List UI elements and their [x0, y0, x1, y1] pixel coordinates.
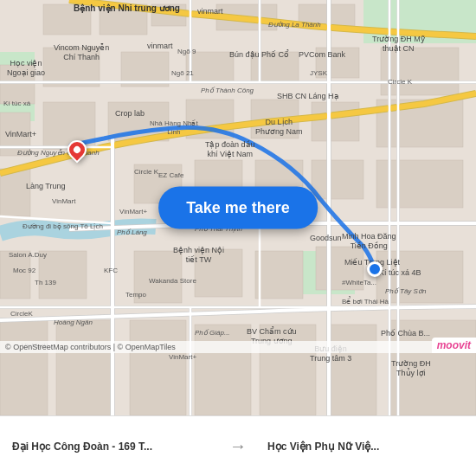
svg-rect-16 — [0, 113, 30, 156]
svg-rect-40 — [260, 325, 316, 415]
svg-rect-12 — [186, 52, 234, 82]
svg-rect-9 — [0, 65, 35, 104]
map-attribution: © OpenStreetMap contributors | © OpenMap… — [0, 341, 476, 353]
svg-rect-29 — [0, 251, 30, 299]
svg-rect-39 — [195, 325, 251, 415]
take-me-there-button[interactable]: Take me there — [158, 187, 318, 229]
svg-rect-27 — [312, 160, 363, 199]
destination-name: Học Viện Phụ Nữ Việ... — [267, 441, 464, 453]
svg-rect-36 — [0, 320, 48, 415]
origin-location[interactable]: Đại Học Công Đoàn - 169 T... — [0, 434, 221, 460]
svg-rect-4 — [43, 4, 91, 35]
svg-rect-42 — [389, 320, 476, 415]
attribution-text: © OpenStreetMap contributors | © OpenMap… — [5, 343, 176, 351]
svg-rect-31 — [134, 251, 182, 303]
svg-rect-21 — [312, 102, 359, 141]
moovit-logo: moovit — [432, 338, 476, 353]
moovit-text: moovit — [437, 339, 471, 351]
svg-rect-41 — [329, 325, 376, 415]
svg-rect-14 — [316, 48, 359, 78]
svg-rect-33 — [255, 251, 303, 299]
svg-rect-15 — [381, 48, 459, 95]
svg-rect-30 — [39, 251, 87, 299]
bottom-bar: Đại Học Công Đoàn - 169 T... → Học Viện … — [0, 415, 476, 476]
svg-rect-37 — [56, 320, 113, 415]
destination-location[interactable]: Học Viện Phụ Nữ Việ... — [255, 434, 476, 460]
arrow-icon: → — [221, 436, 255, 456]
map-container: Bệnh viện Nhi trung ương vinmart Đường L… — [0, 0, 476, 415]
origin-name: Đại Học Công Đoàn - 169 T... — [12, 441, 209, 453]
svg-rect-23 — [0, 169, 30, 216]
svg-rect-38 — [130, 320, 186, 415]
destination-marker — [367, 261, 383, 277]
svg-rect-32 — [195, 249, 242, 297]
svg-rect-34 — [316, 247, 363, 290]
